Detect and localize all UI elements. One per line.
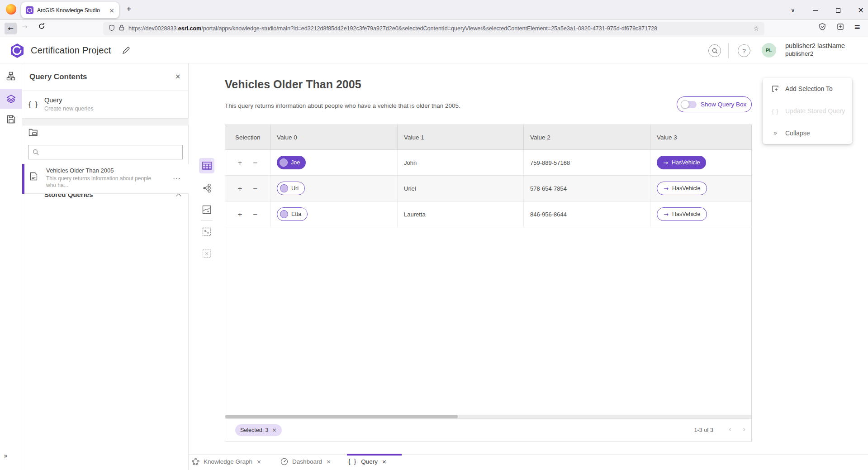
panel-close-icon[interactable]: ×	[175, 72, 181, 81]
remove-from-selection-icon[interactable]: −	[253, 159, 258, 166]
active-tab-indicator	[347, 454, 402, 456]
stored-queries-search-input[interactable]	[28, 145, 183, 159]
tab-query[interactable]: { } Query ×	[348, 458, 387, 465]
add-to-selection-icon[interactable]: +	[237, 185, 242, 192]
scrollbar-thumb[interactable]	[225, 415, 458, 418]
pocket-icon[interactable]	[819, 23, 826, 32]
tracking-shield-icon[interactable]	[109, 24, 115, 33]
selected-count-chip[interactable]: Selected: 3 ×	[235, 424, 282, 436]
avatar[interactable]: PL	[762, 43, 776, 58]
link-chart-view-icon[interactable]	[199, 180, 214, 196]
cell-value[interactable]: Uriel	[398, 176, 524, 201]
cell-value[interactable]: 846-956-8644	[524, 201, 650, 227]
stored-queries-header[interactable]: Stored Queries	[22, 125, 189, 141]
graph-selection-icon[interactable]	[199, 224, 214, 240]
stored-query-icon	[30, 172, 38, 182]
expand-rail-icon[interactable]: »	[4, 452, 8, 460]
tab-list-icon[interactable]: ∨	[789, 7, 797, 14]
entity-chip[interactable]: Etta	[277, 207, 308, 221]
rail-save-icon[interactable]	[0, 109, 22, 129]
reload-button[interactable]	[38, 23, 45, 32]
header-search-button[interactable]	[708, 44, 721, 57]
clear-selection-chip-icon[interactable]: ×	[272, 427, 277, 433]
clear-selection-icon[interactable]	[199, 246, 214, 261]
edit-title-icon[interactable]	[122, 47, 130, 56]
relationship-chip[interactable]: →HasVehicle	[657, 156, 706, 169]
chevron-up-icon[interactable]	[176, 193, 181, 198]
horizontal-scrollbar[interactable]	[225, 415, 751, 418]
query-item-title: Query	[44, 96, 62, 104]
rail-layers-icon[interactable]	[0, 89, 22, 109]
column-header[interactable]: Value 1	[398, 125, 524, 149]
column-header[interactable]: Value 3	[650, 125, 751, 149]
relationship-chip[interactable]: →HasVehicle	[657, 207, 707, 221]
tab-title: ArcGIS Knowledge Studio	[37, 7, 105, 14]
entity-icon	[280, 158, 288, 167]
add-to-selection-icon[interactable]: +	[237, 211, 242, 218]
toggle-track	[682, 101, 697, 108]
lock-icon[interactable]	[119, 24, 124, 33]
bottom-tabbar-divider	[189, 455, 868, 455]
cell-value[interactable]: 578-654-7854	[524, 176, 650, 201]
column-header[interactable]: Value 0	[270, 125, 398, 149]
entity-chip[interactable]: Uri	[277, 182, 305, 195]
add-to-selection-icon[interactable]: +	[237, 159, 242, 166]
stored-query-description: This query returns information about peo…	[46, 175, 155, 189]
table-footer: Selected: 3 × 1-3 of 3 ‹ ›	[225, 418, 751, 441]
library-icon[interactable]	[837, 23, 844, 32]
browser-tab[interactable]: ArcGIS Knowledge Studio ×	[21, 2, 119, 18]
tab-knowledge-graph[interactable]: Knowledge Graph ×	[192, 458, 261, 465]
column-header[interactable]: Selection	[225, 125, 270, 149]
menu-item-collapse[interactable]: » Collapse	[763, 122, 852, 144]
cell-value[interactable]: 759-889-57168	[524, 150, 650, 175]
tab-close-icon[interactable]: ×	[382, 458, 387, 465]
help-button[interactable]: ?	[738, 44, 750, 57]
menu-item-label: Collapse	[785, 129, 810, 137]
collapse-icon: »	[771, 129, 779, 137]
forward-button[interactable]: →	[22, 23, 28, 31]
map-view-icon[interactable]	[199, 202, 214, 217]
tab-label: Dashboard	[292, 458, 322, 465]
menu-item-add-selection-to[interactable]: Add Selection To	[763, 78, 852, 100]
table-row[interactable]: + − Etta Lauretta 846-956-8644 →HasVehic…	[225, 201, 751, 227]
url-bar[interactable]: https://dev0028833.esri.com/portal/apps/…	[103, 22, 764, 35]
cell-value[interactable]: John	[398, 150, 524, 175]
column-header[interactable]: Value 2	[524, 125, 650, 149]
user-info[interactable]: publisher2 lastName publisher2	[785, 42, 845, 58]
firefox-icon[interactable]	[6, 4, 16, 14]
tab-close-icon[interactable]: ×	[256, 458, 261, 465]
back-button[interactable]: ←	[5, 23, 17, 34]
stored-query-item[interactable]: Vehicles Older Than 2005 This query retu…	[22, 164, 189, 194]
tab-close-icon[interactable]: ×	[109, 7, 114, 14]
more-options-icon[interactable]: ···	[173, 174, 181, 182]
table-row[interactable]: + − Joe John 759-889-57168 →HasVehicle	[225, 150, 751, 176]
table-view-icon[interactable]	[199, 158, 214, 173]
maximize-button[interactable]	[835, 7, 842, 14]
table-row[interactable]: + − Uri Uriel 578-654-7854 →HasVehicle	[225, 176, 751, 201]
minimize-button[interactable]	[812, 7, 819, 14]
browser-titlebar: ArcGIS Knowledge Studio × + ∨ ×	[0, 0, 868, 20]
tab-close-icon[interactable]: ×	[326, 458, 331, 465]
page-subtitle: This query returns information about peo…	[225, 102, 460, 109]
bookmark-star-icon[interactable]: ☆	[753, 25, 759, 32]
rail-hierarchy-icon[interactable]	[0, 66, 22, 86]
relationship-arrow-icon: →	[664, 211, 669, 218]
cell-value[interactable]: Lauretta	[398, 201, 524, 227]
arcgis-knowledge-logo-icon	[10, 43, 24, 60]
left-rail	[0, 63, 22, 470]
selected-indicator	[22, 164, 24, 194]
remove-from-selection-icon[interactable]: −	[253, 211, 258, 218]
tab-dashboard[interactable]: Dashboard ×	[280, 458, 331, 465]
arcgis-favicon-icon	[26, 6, 33, 14]
menu-icon[interactable]: ≡	[854, 22, 860, 31]
entity-icon	[280, 184, 288, 192]
search-icon	[33, 149, 39, 155]
show-query-box-toggle[interactable]: Show Query Box	[677, 96, 752, 112]
query-item[interactable]: { } Query Create new queries	[22, 91, 189, 119]
relationship-chip[interactable]: →HasVehicle	[657, 182, 707, 195]
new-tab-button[interactable]: +	[127, 5, 131, 14]
entity-chip[interactable]: Joe	[277, 156, 306, 169]
query-item-subtitle: Create new queries	[44, 106, 93, 112]
close-window-button[interactable]: ×	[857, 5, 864, 14]
remove-from-selection-icon[interactable]: −	[253, 185, 258, 192]
